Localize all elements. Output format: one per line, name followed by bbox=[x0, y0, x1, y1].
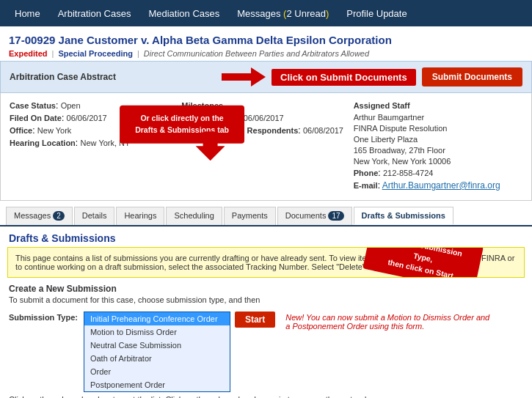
info-col-staff: Assigned Staff Arthur Baumgartner FINRA … bbox=[354, 100, 522, 193]
create-section: Create a New Submission To submit a docu… bbox=[0, 278, 532, 312]
click-col-info: Click on the column headers to sort the … bbox=[0, 392, 532, 398]
submission-dropdown[interactable]: Initial Prehearing Conference Order Moti… bbox=[84, 312, 230, 392]
nav-arbitration[interactable]: Arbitration Cases bbox=[49, 0, 140, 26]
case-tabs: Messages 2 Details Hearings Scheduling P… bbox=[0, 207, 532, 226]
submit-docs-label: Click on Submit Documents bbox=[272, 69, 416, 86]
submission-label: Submission Type: bbox=[9, 312, 78, 322]
tab-payments[interactable]: Payments bbox=[224, 207, 276, 225]
staff-email-label: E-mail bbox=[354, 181, 378, 190]
drafts-title: Drafts & Submissions bbox=[0, 226, 532, 247]
case-tags: Expedited | Special Proceeding | Direct … bbox=[9, 49, 523, 58]
submit-documents-button[interactable]: Submit Documents bbox=[422, 67, 522, 86]
nav-profile[interactable]: Profile Update bbox=[338, 0, 415, 26]
received-value: 06/06/2017 bbox=[244, 114, 284, 122]
assigned-title: Assigned Staff bbox=[354, 101, 410, 110]
hearing-label: Hearing Location bbox=[10, 139, 76, 147]
submission-controls: Initial Prehearing Conference Order Moti… bbox=[84, 312, 491, 392]
tag-sep1: | bbox=[52, 49, 54, 58]
right-arrow-icon bbox=[222, 66, 266, 88]
staff-name: Arthur Baumgartner bbox=[354, 113, 522, 122]
new-notice: New! You can now submit a Motion to Dism… bbox=[285, 312, 491, 331]
staff-phone: 212-858-4724 bbox=[383, 169, 434, 177]
tab-scheduling[interactable]: Scheduling bbox=[166, 207, 222, 225]
dropdown-item-oath[interactable]: Oath of Arbitrator bbox=[84, 352, 230, 365]
tab-messages[interactable]: Messages 2 bbox=[6, 207, 73, 225]
served-value: 06/08/2017 bbox=[303, 126, 343, 135]
tab-details[interactable]: Details bbox=[74, 207, 115, 225]
tag-special: Special Proceeding bbox=[58, 49, 132, 58]
office-label: Office bbox=[10, 126, 32, 135]
tab-drafts[interactable]: Drafts & Submissions bbox=[354, 207, 453, 225]
dropdown-item-order[interactable]: Order bbox=[84, 365, 230, 378]
staff-email-link[interactable]: Arthur.Baumgartner@finra.org bbox=[382, 180, 500, 191]
dropdown-list[interactable]: Initial Prehearing Conference Order Moti… bbox=[84, 312, 230, 392]
case-title-bar: 17-00929 Jane Customer v. Alpha Beta Gam… bbox=[0, 26, 532, 61]
tag-sep2: | bbox=[137, 49, 139, 58]
nav-mediation[interactable]: Mediation Cases bbox=[139, 0, 228, 26]
case-title: 17-00929 Jane Customer v. Alpha Beta Gam… bbox=[9, 34, 523, 46]
nav-home[interactable]: Home bbox=[6, 0, 49, 26]
tab-documents[interactable]: Documents 17 bbox=[277, 207, 352, 225]
drafts-section: Drafts & Submissions This page contains … bbox=[0, 226, 532, 398]
filed-label: Filed On Date bbox=[10, 114, 62, 122]
nav-messages[interactable]: Messages (2 Unread) bbox=[228, 0, 338, 26]
main-nav: Home Arbitration Cases Mediation Cases M… bbox=[0, 0, 532, 26]
overlay-arrow-shape bbox=[108, 131, 225, 161]
abstract-title: Arbitration Case Abstract bbox=[10, 72, 116, 82]
select-overlay: Select a Submission Type,then click on S… bbox=[366, 247, 480, 278]
status-value: Open bbox=[61, 101, 81, 110]
staff-phone-label: Phone bbox=[354, 169, 379, 177]
staff-org: FINRA Dispute Resolution bbox=[354, 124, 522, 133]
staff-addr1: One Liberty Plaza bbox=[354, 135, 522, 144]
tab-hearings[interactable]: Hearings bbox=[116, 207, 164, 225]
svg-marker-0 bbox=[222, 67, 266, 86]
submit-docs-area: Click on Submit Documents Submit Documen… bbox=[222, 66, 522, 88]
create-title: Create a New Submission bbox=[9, 284, 523, 294]
dropdown-item-motion[interactable]: Motion to Dismiss Order bbox=[84, 325, 230, 339]
abstract-header: Arbitration Case Abstract Click on Submi… bbox=[0, 61, 532, 93]
staff-addr2: 165 Broadway, 27th Floor bbox=[354, 146, 522, 155]
tag-expedited: Expedited bbox=[9, 49, 48, 58]
office-value: New York bbox=[37, 126, 71, 135]
dropdown-item-postponement[interactable]: Postponement Order bbox=[84, 378, 230, 391]
tag-direct: Direct Communication Between Parties and… bbox=[144, 49, 369, 58]
dropdown-item-initial[interactable]: Initial Prehearing Conference Order bbox=[84, 312, 230, 325]
create-desc: To submit a document for this case, choo… bbox=[9, 295, 523, 304]
svg-marker-1 bbox=[196, 131, 225, 161]
start-button[interactable]: Start bbox=[235, 312, 275, 328]
dropdown-item-neutral[interactable]: Neutral Case Submission bbox=[84, 339, 230, 352]
yellow-info-box: This page contains a list of submissions… bbox=[7, 247, 525, 278]
case-info: Case Status: Open Filed On Date: 06/06/2… bbox=[0, 93, 532, 201]
submission-row: Submission Type: Initial Prehearing Conf… bbox=[0, 312, 532, 392]
filed-value: 06/06/2017 bbox=[67, 114, 107, 122]
status-label: Case Status bbox=[10, 101, 56, 110]
staff-addr3: New York, New York 10006 bbox=[354, 157, 522, 166]
